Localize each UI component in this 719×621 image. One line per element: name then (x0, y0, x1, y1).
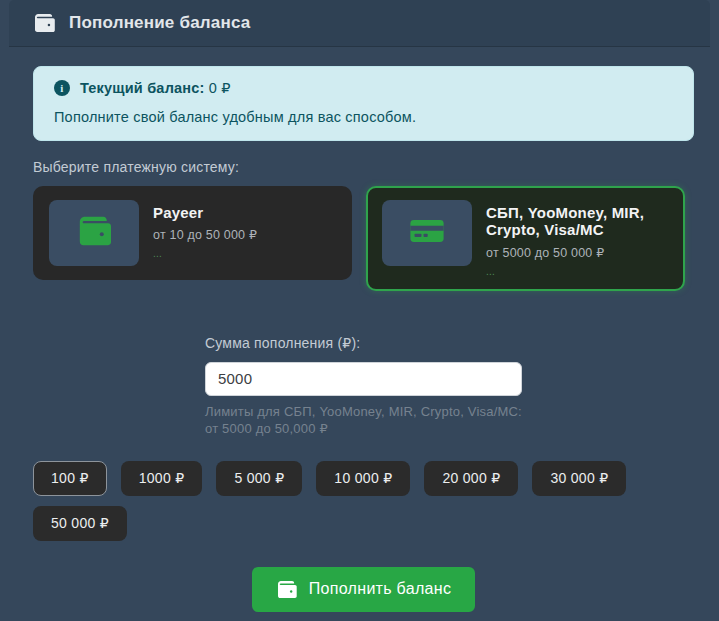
payment-method-payeer[interactable]: Payeer от 10 до 50 000 ₽ ... (33, 186, 352, 280)
info-circle-icon: i (54, 80, 70, 96)
submit-row: Пополнить баланс (33, 567, 694, 612)
card-body: i Текущий баланс: 0 ₽ Пополните свой бал… (9, 47, 710, 612)
payment-methods: Payeer от 10 до 50 000 ₽ ... (33, 186, 694, 291)
payment-method-range: от 10 до 50 000 ₽ (153, 227, 257, 242)
current-balance-value: 0 ₽ (209, 80, 231, 96)
card-header: Пополнение баланса (9, 0, 710, 47)
balance-alert: i Текущий баланс: 0 ₽ Пополните свой бал… (33, 66, 694, 141)
payment-method-more: ... (153, 249, 257, 259)
amount-input[interactable] (205, 362, 522, 396)
amount-limits-hint: Лимиты для СБП, YooMoney, MIR, Crypto, V… (205, 403, 522, 438)
payment-method-more: ... (486, 267, 669, 277)
alert-message: Пополните свой баланс удобным для вас сп… (54, 109, 673, 125)
current-balance-text: Текущий баланс: 0 ₽ (80, 80, 231, 96)
topup-card: Пополнение баланса i Текущий баланс: 0 ₽… (9, 0, 710, 612)
amount-label: Сумма пополнения (₽): (205, 335, 522, 351)
quick-amounts: 100 ₽ 1000 ₽ 5 000 ₽ 10 000 ₽ 20 000 ₽ 3… (33, 461, 694, 541)
wallet-icon (33, 14, 55, 32)
submit-label: Пополнить баланс (309, 580, 451, 598)
payment-icon-tile (382, 200, 472, 266)
payment-system-label: Выберите платежную систему: (33, 159, 694, 175)
payment-method-sbp[interactable]: СБП, YooMoney, MIR, Crypto, Visa/MC от 5… (366, 186, 685, 291)
credit-card-icon (409, 217, 445, 249)
wallet-icon (77, 216, 111, 250)
quick-amount-100[interactable]: 100 ₽ (33, 461, 107, 496)
quick-amount-10000[interactable]: 10 000 ₽ (316, 461, 410, 496)
quick-amount-20000[interactable]: 20 000 ₽ (424, 461, 518, 496)
quick-amount-30000[interactable]: 30 000 ₽ (532, 461, 626, 496)
quick-amount-50000[interactable]: 50 000 ₽ (33, 506, 127, 541)
payment-icon-tile (49, 200, 139, 266)
topup-submit-button[interactable]: Пополнить баланс (252, 567, 475, 612)
amount-section: Сумма пополнения (₽): Лимиты для СБП, Yo… (205, 335, 522, 438)
quick-amount-5000[interactable]: 5 000 ₽ (216, 461, 302, 496)
payment-method-range: от 5000 до 50 000 ₽ (486, 245, 669, 260)
page-title: Пополнение баланса (69, 13, 250, 33)
quick-amount-1000[interactable]: 1000 ₽ (121, 461, 203, 496)
payment-method-name: СБП, YooMoney, MIR, Crypto, Visa/MC (486, 204, 669, 239)
payment-method-name: Payeer (153, 204, 257, 221)
current-balance-label: Текущий баланс: (80, 80, 205, 96)
wallet-icon (276, 581, 297, 598)
